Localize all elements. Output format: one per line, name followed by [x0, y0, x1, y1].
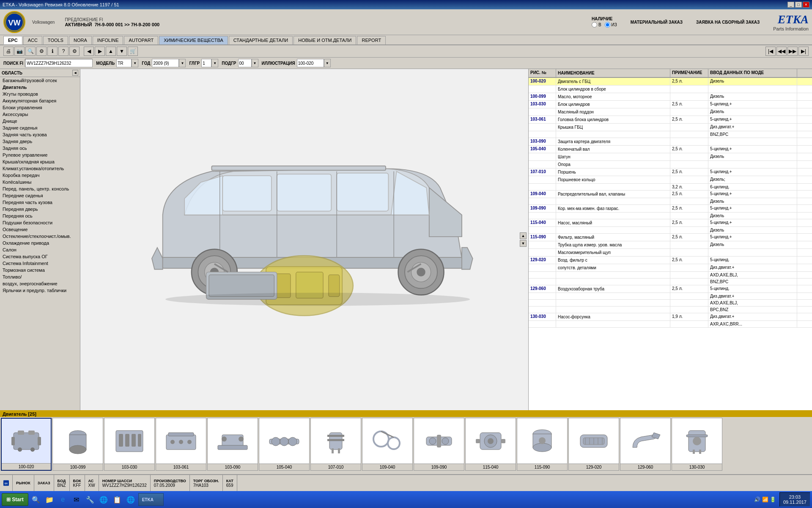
table-row[interactable]: Дизель [529, 213, 812, 219]
taskbar-ie-icon[interactable]: e [57, 494, 69, 505]
tab-tools[interactable]: TOOLS [43, 36, 68, 44]
taskbar-mail-icon[interactable]: ✉ [71, 494, 82, 505]
nav-end-btn[interactable]: ▶| [798, 47, 809, 56]
podgr-dropdown[interactable]: 00 ▼ [238, 59, 258, 67]
table-row[interactable]: 129-020 Возд. фильтр с 2,5 л. 5-цилинд. [529, 257, 812, 264]
thumbnail-item[interactable]: 115-040 [465, 418, 516, 471]
thumbnail-item[interactable]: 109-090 [414, 418, 464, 471]
table-row[interactable]: 109-090 Кор. мех-ма измен. фаз газрас. 2… [529, 205, 812, 213]
taskbar-folder-icon[interactable]: 📁 [44, 494, 55, 505]
illus-scroll-up[interactable]: ▲ [520, 232, 527, 239]
area-item[interactable]: Задняя дверь [0, 138, 80, 145]
thumbnail-item[interactable]: 115-090 [517, 418, 568, 471]
tab-epc[interactable]: EPC [3, 36, 22, 44]
table-row[interactable]: Поршневое кольцо Дизель; [529, 176, 812, 184]
radio-iz-input[interactable] [605, 22, 610, 28]
podgr-arrow[interactable]: ▼ [252, 59, 258, 67]
thumbnail-item[interactable]: 100-099 [52, 418, 103, 471]
tab-new[interactable]: НОВЫЕ И ОТМ.ДЕТАЛИ [294, 36, 356, 44]
nav-next-btn[interactable]: ▶▶ [787, 47, 798, 56]
help-icon-btn[interactable]: ? [58, 47, 69, 56]
area-item[interactable]: Остекление/стеклоочист./омыв. [0, 233, 80, 240]
table-row[interactable]: BNZ,BPC [529, 279, 812, 285]
area-item[interactable]: Двигатель [0, 84, 80, 91]
table-row[interactable]: 130-030 Насос-форсунка 1,9 л. Диз.двигат… [529, 313, 812, 321]
thumbnail-item[interactable]: 109-040 [362, 418, 413, 471]
table-row[interactable]: Маслоизмерительный щуп [529, 249, 812, 257]
area-item[interactable]: Климат.установка/отопитель [0, 165, 80, 172]
area-item[interactable]: Жгуты проводов [0, 91, 80, 97]
thumbnail-item[interactable]: 107-010 [310, 418, 361, 471]
year-arrow[interactable]: ▼ [179, 59, 186, 67]
assembly-order[interactable]: ЗАЯВКА НА СБОРНЫЙ ЗАКАЗ [696, 20, 760, 25]
area-item[interactable]: Система выпуска ОГ [0, 253, 80, 260]
area-item[interactable]: Подушки безопасности [0, 219, 80, 226]
thumbnail-item[interactable]: 103-030 [104, 418, 155, 471]
material-order[interactable]: МАТЕРИАЛЬНЫЙ ЗАКАЗ [631, 20, 683, 25]
table-row[interactable]: 109-040 Распределительный вал, клапаны 2… [529, 190, 812, 198]
table-row[interactable]: 103-030 Блок цилиндров 2,5 л. 5-цилинд.+ [529, 101, 812, 108]
area-item[interactable]: Днище [0, 118, 80, 124]
table-row[interactable]: Шатун Дизель [529, 153, 812, 161]
table-row[interactable]: 107-010 Поршень 2,5 л. 5-цилинд.+ [529, 168, 812, 176]
table-row[interactable]: Диз.двигат.+ [529, 293, 812, 300]
thumbnail-item[interactable]: 130-030 [672, 418, 722, 471]
table-row[interactable]: Трубка щупа измер. уров. масла Дизель [529, 241, 812, 249]
table-row[interactable]: 103-061 Головка блока цилиндров 2,5 л. 5… [529, 116, 812, 124]
table-row[interactable]: Дизель [529, 198, 812, 205]
area-item[interactable]: Задние сиденья [0, 124, 80, 131]
table-row[interactable]: 115-090 Фильтр, масляный 2,5 л. 5-цилинд… [529, 234, 812, 241]
table-row[interactable]: 115-040 Насос, масляный 2,5 л. 5-цилинд.… [529, 219, 812, 227]
up-icon-btn[interactable]: ▲ [106, 47, 116, 56]
start-button[interactable]: ⊞ Start [2, 493, 28, 506]
area-item[interactable]: Багажный/грузовой отсек [0, 77, 80, 84]
area-item[interactable]: Передняя дверь [0, 206, 80, 213]
area-item[interactable]: Охлаждение привода [0, 240, 80, 246]
glgr-arrow[interactable]: ▼ [211, 59, 218, 67]
print-icon-btn[interactable]: 🖨 [3, 47, 14, 56]
maximize-button[interactable]: □ [795, 2, 802, 8]
poisk-input[interactable] [25, 59, 93, 67]
thumbnail-item[interactable]: 100-020 [1, 418, 52, 471]
radio-b[interactable]: В [592, 22, 601, 28]
taskbar-app1-icon[interactable]: 🔧 [84, 494, 96, 505]
area-item[interactable]: Задняя ось [0, 145, 80, 152]
camera-icon-btn[interactable]: 📷 [14, 47, 25, 56]
forward-icon-btn[interactable]: ▶ [95, 47, 105, 56]
table-row[interactable]: сопутств. деталями Диз.двигат.+ [529, 264, 812, 272]
area-item[interactable]: Крыша/складная крыша [0, 158, 80, 165]
search-icon-btn[interactable]: 🔍 [25, 47, 36, 56]
table-row[interactable]: Блок цилиндров в сборе [529, 86, 812, 93]
year-dropdown[interactable]: 2009 (9) ▼ [152, 59, 186, 67]
filter-icon-btn[interactable]: ⚙ [36, 47, 47, 56]
minimize-button[interactable]: _ [787, 2, 794, 8]
table-row[interactable]: 103-090 Защита картера двигателя [529, 138, 812, 146]
table-row[interactable]: Опора [529, 161, 812, 168]
table-row[interactable]: 3,2 л. 6-цилинд. [529, 184, 812, 190]
info-icon-btn[interactable]: ℹ [47, 47, 58, 56]
glgr-dropdown[interactable]: 1 ▼ [201, 59, 218, 67]
area-item[interactable]: Передняя часть кузова [0, 199, 80, 206]
area-item[interactable]: Система Infotainment [0, 260, 80, 267]
table-row[interactable]: 105-040 Коленчатый вал 2,5 л. 5-цилинд.+ [529, 146, 812, 153]
table-row[interactable]: BPC,BNZ [529, 306, 812, 313]
table-row[interactable]: AXD,AXE,BLJ, [529, 272, 812, 279]
area-item[interactable]: Тормозная система [0, 267, 80, 273]
table-row[interactable]: Дизель [529, 227, 812, 234]
tab-report[interactable]: REPORT [357, 36, 386, 44]
thumbnail-item[interactable]: 103-090 [207, 418, 258, 471]
taskbar-search-icon[interactable]: 🔍 [30, 494, 42, 505]
area-item[interactable]: Передняя ось [0, 213, 80, 219]
area-collapse-btn[interactable]: ◄ [72, 70, 78, 76]
area-item[interactable]: воздух, энергоснабжение [0, 280, 80, 287]
area-item[interactable]: Блоки управления [0, 104, 80, 111]
thumbnail-item[interactable]: 129-020 [568, 418, 619, 471]
thumbnail-item[interactable]: 105-040 [259, 418, 310, 471]
table-row[interactable]: Масляный поддон Дизель [529, 108, 812, 116]
tab-infoline[interactable]: INFOLINE [93, 36, 123, 44]
cart-icon-btn[interactable]: 🛒 [128, 47, 138, 56]
area-item[interactable]: Салон [0, 246, 80, 253]
thumbnail-item[interactable]: 129-060 [620, 418, 671, 471]
area-item[interactable]: Задняя часть кузова [0, 131, 80, 138]
radio-b-input[interactable] [592, 22, 597, 28]
